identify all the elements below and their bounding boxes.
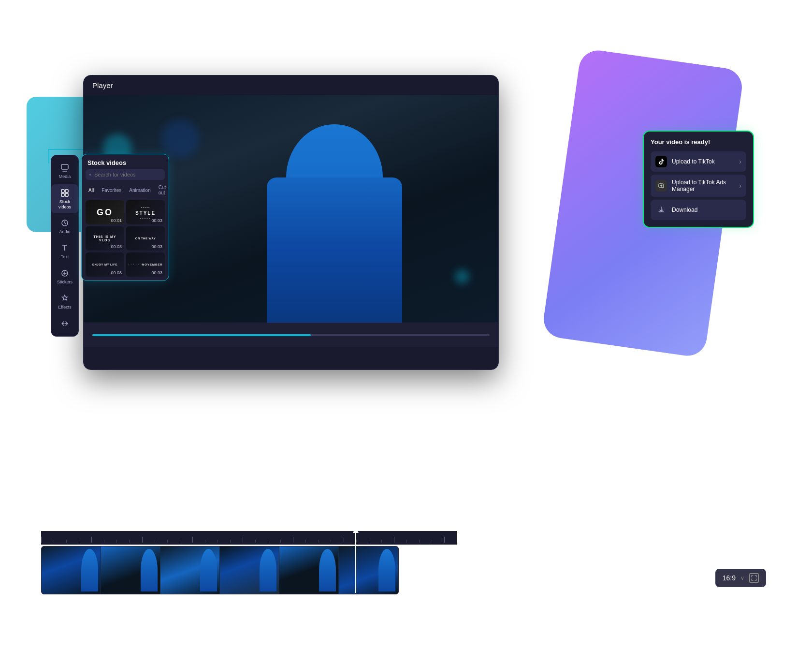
ruler-mark — [116, 540, 129, 543]
video-thumb-vlog[interactable]: THIS IS MY VLOG 00:03 — [86, 226, 124, 251]
frame-person — [378, 549, 395, 591]
ruler-mark — [381, 540, 394, 543]
sidebar: Media Stockvideos Audio — [51, 155, 79, 337]
video-thumb-style[interactable]: ••••• STYLE ••••• 00:03 — [126, 200, 165, 224]
bokeh-light-4 — [455, 269, 469, 284]
stock-videos-icon — [60, 188, 70, 198]
ruler-mark — [79, 540, 91, 543]
ruler-mark — [142, 537, 155, 543]
expand-icon[interactable] — [749, 573, 759, 583]
filter-animation[interactable]: Animation — [126, 187, 153, 194]
page-wrapper: Player — [0, 0, 812, 650]
aspect-ratio-control[interactable]: 16:9 ∨ — [715, 569, 766, 587]
download-icon — [655, 204, 667, 216]
arrow-icon: › — [739, 182, 741, 190]
sidebar-item-audio[interactable]: Audio — [51, 214, 78, 238]
stock-filters: All Favorites Animation Cut-out ∨ — [82, 184, 169, 200]
sidebar-stickers-label: Stickers — [57, 280, 72, 285]
video-thumb-ontheway[interactable]: ON THE WAY 00:03 — [126, 226, 165, 251]
accent-line-left — [48, 149, 49, 163]
sidebar-item-stock-videos[interactable]: Stockvideos — [51, 184, 78, 214]
bokeh-light-3 — [161, 119, 200, 158]
frame-person — [81, 549, 98, 591]
ruler-mark — [129, 540, 142, 543]
ready-title: Your video is ready! — [651, 138, 746, 146]
ruler-mark — [268, 540, 280, 543]
stock-panel-title: Stock videos — [82, 154, 169, 169]
video-thumb-duration: 00:01 — [111, 218, 122, 223]
stock-search-bar[interactable] — [86, 169, 165, 180]
sidebar-item-transitions[interactable] — [51, 315, 78, 332]
video-thumb-duration: 00:03 — [111, 270, 122, 275]
download-label: Download — [672, 207, 697, 213]
ruler-mark — [318, 540, 331, 543]
ruler-mark — [255, 540, 268, 543]
sidebar-effects-label: Effects — [58, 305, 71, 310]
ruler-mark — [280, 540, 293, 543]
frame-person — [141, 549, 158, 591]
sidebar-item-text[interactable]: T Text — [51, 239, 78, 264]
svg-rect-1 — [61, 190, 64, 192]
player-controls — [84, 323, 498, 347]
ruler-mark — [205, 540, 218, 543]
download-button[interactable]: Download — [651, 200, 746, 220]
timeline-progress-fill — [92, 334, 311, 336]
ruler-mark — [331, 540, 343, 543]
video-thumb-duration: 00:03 — [111, 244, 122, 249]
ruler-mark — [432, 540, 444, 543]
search-icon — [89, 172, 91, 177]
ruler-mark — [180, 540, 192, 543]
sidebar-item-effects[interactable]: Effects — [51, 290, 78, 314]
ruler-mark — [293, 537, 305, 543]
timeline-frame-5 — [279, 547, 339, 594]
arrow-icon: › — [739, 158, 741, 165]
ruler-mark — [344, 537, 356, 543]
upload-tiktok-button[interactable]: Upload to TikTok › — [651, 151, 746, 172]
playhead[interactable] — [355, 530, 356, 593]
sidebar-audio-label: Audio — [59, 229, 70, 235]
ruler-mark — [394, 537, 406, 543]
video-grid: GO 00:01 ••••• STYLE ••••• 00:03 THIS IS… — [82, 200, 169, 281]
tiktok-icon — [655, 156, 667, 167]
effects-icon — [60, 294, 70, 303]
ruler-mark — [406, 540, 419, 543]
ruler-mark — [444, 537, 457, 543]
upload-tiktok-ads-button[interactable]: Upload to TikTok Ads Manager › — [651, 175, 746, 197]
filter-cutout[interactable]: Cut-out — [156, 184, 169, 196]
stock-videos-panel: Stock videos All Favorites Animation Cut… — [81, 154, 169, 281]
sidebar-media-label: Media — [59, 174, 71, 179]
sidebar-item-stickers[interactable]: Stickers — [51, 265, 78, 289]
video-thumb-enjoy[interactable]: ENJOY MY LIFE 00:03 — [86, 252, 124, 277]
video-thumb-go[interactable]: GO 00:01 — [86, 200, 124, 224]
media-icon — [60, 163, 70, 173]
timeline-frame-2 — [101, 547, 160, 594]
stock-search-input[interactable] — [94, 172, 161, 177]
video-thumb-november[interactable]: • • • • • • NOVEMBER 00:03 — [126, 252, 165, 277]
frame-person — [200, 549, 217, 591]
video-thumb-duration: 00:03 — [151, 244, 162, 249]
timeline-ruler — [41, 531, 457, 545]
sidebar-text-label: Text — [61, 254, 69, 260]
ruler-mark — [356, 540, 369, 543]
ruler-mark — [41, 537, 54, 543]
ruler-mark — [91, 537, 104, 543]
ruler-mark — [66, 540, 79, 543]
ruler-mark — [243, 537, 255, 543]
text-icon: T — [60, 243, 70, 253]
ruler-mark — [218, 540, 230, 543]
ruler-mark — [192, 537, 205, 543]
filter-all[interactable]: All — [86, 187, 97, 194]
frame-person — [319, 549, 336, 591]
timeline-progress-bar[interactable] — [92, 334, 490, 336]
video-ready-popup: Your video is ready! Upload to TikTok › … — [643, 131, 754, 228]
filter-favorites[interactable]: Favorites — [99, 187, 124, 194]
svg-rect-0 — [61, 164, 68, 169]
svg-rect-3 — [61, 193, 64, 196]
stickers-icon — [60, 268, 70, 278]
frame-person — [260, 549, 276, 591]
sidebar-item-media[interactable]: Media — [51, 159, 78, 183]
timeline-strip[interactable] — [41, 546, 399, 594]
sidebar-stock-videos-label: Stockvideos — [58, 199, 71, 210]
tiktok-ads-icon — [655, 180, 667, 192]
video-thumb-duration: 00:03 — [151, 218, 162, 223]
